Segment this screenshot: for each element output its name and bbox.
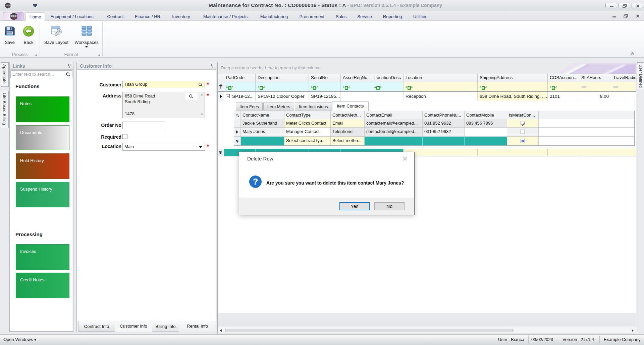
svg-text:?: ? [253, 177, 258, 187]
